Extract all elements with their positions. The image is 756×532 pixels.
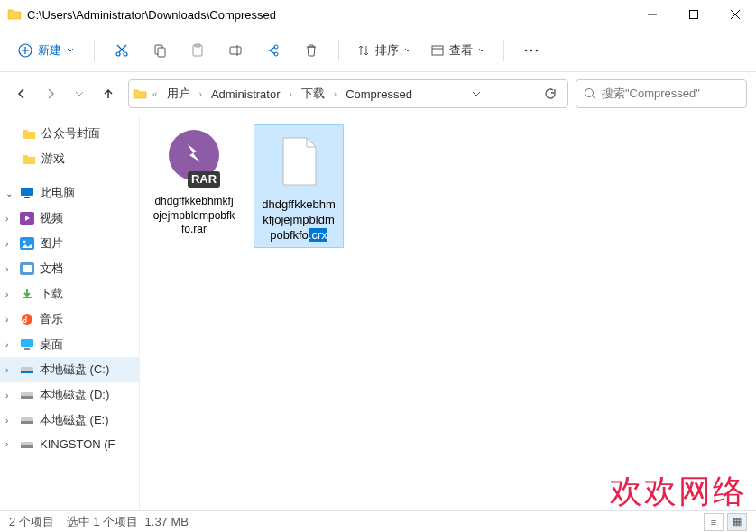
status-selection: 选中 1 个项目 1.37 MB — [67, 514, 189, 530]
chevron-right-icon: › — [287, 89, 293, 99]
sidebar-item-pictures[interactable]: ›图片 — [0, 231, 139, 256]
chevron-right-icon[interactable]: › — [5, 315, 14, 325]
sidebar-item-drive-c[interactable]: ›本地磁盘 (C:) — [0, 357, 139, 382]
breadcrumb-item[interactable]: 下载 — [298, 84, 328, 104]
address-bar[interactable]: « 用户 › Administrator › 下载 › Compressed — [128, 79, 568, 108]
sidebar-item-quick[interactable]: 公众号封面 — [0, 121, 139, 146]
address-dropdown[interactable] — [465, 89, 488, 98]
sidebar-item-documents[interactable]: ›文档 — [0, 256, 139, 281]
chevron-down-icon — [478, 47, 485, 54]
file-item-crx[interactable]: dhdgffkkebhmkfjojejmpbldmpobfkfo.crx — [254, 124, 344, 248]
forward-button[interactable] — [38, 81, 63, 106]
sidebar-item-drive-e[interactable]: ›本地磁盘 (E:) — [0, 408, 139, 433]
separator — [338, 40, 339, 61]
svg-point-33 — [22, 314, 32, 325]
chevron-down-icon — [404, 47, 411, 54]
chevron-right-icon[interactable]: › — [5, 390, 14, 400]
chevron-down-icon[interactable]: ⌄ — [5, 188, 14, 198]
svg-point-22 — [530, 49, 533, 51]
chevron-right-icon: › — [198, 89, 204, 99]
separator — [503, 40, 504, 61]
delete-button[interactable] — [295, 34, 327, 67]
svg-point-8 — [124, 52, 127, 56]
new-button[interactable]: 新建 — [9, 37, 83, 64]
sidebar: 公众号封面 游戏 ⌄ 此电脑 ›视频 ›图片 ›文档 ›下载 ›音乐 ›桌面 ›… — [0, 115, 140, 510]
up-button[interactable] — [96, 81, 121, 106]
chevron-right-icon[interactable]: › — [5, 340, 14, 350]
sidebar-item-music[interactable]: ›音乐 — [0, 307, 139, 332]
share-button[interactable] — [257, 34, 290, 67]
sidebar-item-drive-f[interactable]: ›KINGSTON (F — [0, 433, 139, 455]
file-name: dhdgffkkebhmkfjojejmpbldmpobfkfo.rar — [149, 193, 239, 239]
sidebar-item-quick[interactable]: 游戏 — [0, 146, 139, 171]
search-icon — [584, 87, 596, 100]
svg-line-25 — [593, 96, 596, 100]
selected-extension: .crx — [309, 228, 327, 242]
chevron-double-icon[interactable]: « — [151, 89, 160, 99]
svg-rect-43 — [21, 445, 33, 448]
breadcrumb-item[interactable]: Administrator — [207, 86, 284, 103]
svg-rect-32 — [23, 265, 32, 272]
drive-icon — [20, 363, 34, 376]
folder-icon — [22, 152, 36, 165]
monitor-icon — [20, 187, 34, 199]
drive-icon — [20, 438, 34, 451]
svg-point-23 — [536, 49, 539, 51]
svg-rect-1 — [690, 11, 698, 19]
svg-rect-26 — [21, 188, 33, 196]
svg-rect-27 — [24, 197, 30, 198]
svg-point-30 — [23, 241, 26, 243]
chevron-right-icon[interactable]: › — [5, 214, 14, 224]
sidebar-item-drive-d[interactable]: ›本地磁盘 (D:) — [0, 382, 139, 408]
details-view-button[interactable]: ≡ — [704, 513, 724, 531]
minimize-button[interactable] — [632, 0, 673, 29]
paste-button[interactable] — [181, 34, 214, 67]
breadcrumb-item[interactable]: Compressed — [342, 86, 416, 103]
svg-rect-19 — [432, 46, 443, 55]
separator — [94, 40, 95, 61]
sort-button[interactable]: 排序 — [350, 37, 419, 64]
chevron-right-icon[interactable]: › — [5, 289, 14, 299]
folder-icon — [22, 127, 36, 140]
sidebar-item-downloads[interactable]: ›下载 — [0, 281, 139, 307]
sidebar-item-videos[interactable]: ›视频 — [0, 206, 139, 231]
chevron-right-icon: › — [332, 89, 338, 99]
copy-button[interactable] — [143, 34, 176, 67]
chevron-right-icon[interactable]: › — [5, 239, 14, 249]
back-button[interactable] — [9, 81, 34, 106]
svg-text:RAR: RAR — [191, 172, 217, 186]
rename-icon — [228, 43, 243, 58]
breadcrumb-item[interactable]: 用户 — [163, 84, 194, 104]
chevron-down-icon — [67, 47, 74, 54]
status-count: 2 个项目 — [9, 514, 54, 530]
file-item-rar[interactable]: RAR dhdgffkkebhmkfjojejmpbldmpobfkfo.rar — [149, 124, 239, 239]
search-box[interactable]: 搜索"Compressed" — [576, 79, 747, 108]
cut-button[interactable] — [106, 34, 138, 67]
chevron-right-icon[interactable]: › — [5, 439, 14, 449]
desktop-icon — [20, 338, 34, 351]
view-button[interactable]: 查看 — [424, 37, 493, 64]
chevron-right-icon[interactable]: › — [5, 365, 14, 375]
refresh-button[interactable] — [537, 87, 564, 100]
trash-icon — [304, 43, 318, 58]
more-button[interactable] — [515, 34, 548, 67]
sidebar-item-desktop[interactable]: ›桌面 — [0, 332, 139, 357]
chevron-right-icon[interactable]: › — [5, 416, 14, 426]
rename-button[interactable] — [219, 34, 252, 67]
search-placeholder: 搜索"Compressed" — [602, 86, 700, 102]
svg-point-21 — [525, 49, 528, 51]
close-button[interactable] — [715, 0, 756, 29]
chevron-right-icon[interactable]: › — [5, 264, 14, 274]
share-icon — [266, 43, 281, 58]
folder-icon — [7, 7, 22, 22]
svg-rect-39 — [21, 396, 33, 399]
recent-button[interactable] — [67, 81, 92, 106]
view-icon — [431, 44, 444, 57]
icons-view-button[interactable]: ▦ — [727, 513, 747, 531]
video-icon — [20, 212, 34, 225]
maximize-button[interactable] — [673, 0, 715, 29]
svg-rect-12 — [158, 48, 165, 57]
file-pane[interactable]: RAR dhdgffkkebhmkfjojejmpbldmpobfkfo.rar… — [140, 115, 756, 510]
sidebar-item-thispc[interactable]: ⌄ 此电脑 — [0, 180, 139, 206]
svg-rect-37 — [21, 371, 33, 373]
